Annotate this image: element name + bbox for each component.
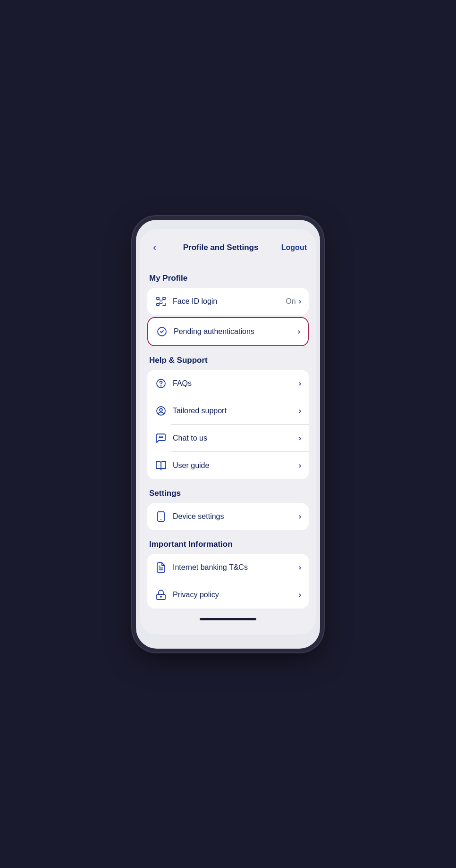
- svg-point-7: [160, 409, 162, 411]
- content: My Profile: [140, 262, 316, 609]
- pending-auth-card: Pending authentications ›: [147, 317, 309, 346]
- svg-point-17: [160, 596, 161, 597]
- pending-authentications-label: Pending authentications: [174, 327, 254, 336]
- face-id-status: On: [286, 297, 296, 306]
- question-circle-icon: [155, 377, 167, 390]
- section-label-settings: Settings: [147, 481, 309, 503]
- back-button[interactable]: ‹: [149, 241, 160, 255]
- faqs-label: FAQs: [173, 379, 192, 388]
- face-id-login-label: Face ID login: [173, 297, 217, 306]
- pending-authentications-item[interactable]: Pending authentications ›: [148, 318, 308, 345]
- face-id-icon: [155, 295, 167, 308]
- check-circle-icon: [156, 326, 168, 338]
- internet-banking-tcs-label: Internet banking T&Cs: [173, 563, 248, 572]
- face-id-card: Face ID login On ›: [147, 288, 309, 315]
- section-label-my-profile: My Profile: [147, 266, 309, 288]
- phone-icon: [155, 510, 167, 523]
- home-indicator: [200, 618, 256, 620]
- user-guide-label: User guide: [173, 461, 209, 470]
- book-icon: [155, 459, 167, 472]
- face-id-login-item[interactable]: Face ID login On ›: [147, 288, 309, 315]
- lock-icon: [155, 589, 167, 601]
- chat-to-us-chevron-icon: ›: [299, 434, 301, 442]
- document-icon: [155, 561, 167, 574]
- svg-point-10: [162, 437, 163, 438]
- tailored-support-item[interactable]: Tailored support ›: [147, 397, 309, 425]
- section-label-important-info: Important Information: [147, 532, 309, 554]
- settings-card: Device settings ›: [147, 503, 309, 530]
- screen: ‹ Profile and Settings Logout My Profile: [140, 229, 316, 634]
- device-settings-item[interactable]: Device settings ›: [147, 503, 309, 530]
- chat-to-us-label: Chat to us: [173, 434, 207, 442]
- phone-frame: ‹ Profile and Settings Logout My Profile: [136, 220, 320, 649]
- device-settings-label: Device settings: [173, 512, 224, 521]
- svg-rect-1: [163, 297, 165, 300]
- logout-button[interactable]: Logout: [281, 243, 307, 252]
- svg-point-9: [160, 437, 161, 438]
- chat-icon: [155, 432, 167, 444]
- section-label-help-support: Help & Support: [147, 348, 309, 370]
- help-support-card: FAQs ›: [147, 370, 309, 479]
- internet-banking-tcs-chevron-icon: ›: [299, 563, 301, 572]
- svg-point-8: [159, 437, 160, 438]
- chat-to-us-item[interactable]: Chat to us ›: [147, 425, 309, 452]
- svg-point-5: [161, 385, 161, 386]
- faqs-chevron-icon: ›: [299, 379, 301, 388]
- privacy-policy-label: Privacy policy: [173, 591, 219, 599]
- faqs-item[interactable]: FAQs ›: [147, 370, 309, 397]
- pending-auth-chevron-icon: ›: [298, 327, 300, 336]
- face-id-chevron-icon: ›: [299, 297, 301, 306]
- user-guide-chevron-icon: ›: [299, 461, 301, 470]
- svg-point-6: [157, 407, 165, 415]
- device-settings-chevron-icon: ›: [299, 512, 301, 521]
- header: ‹ Profile and Settings Logout: [140, 229, 316, 262]
- tailored-support-chevron-icon: ›: [299, 407, 301, 415]
- person-circle-icon: [155, 405, 167, 417]
- privacy-policy-item[interactable]: Privacy policy ›: [147, 581, 309, 609]
- svg-rect-2: [157, 303, 159, 306]
- privacy-policy-chevron-icon: ›: [299, 591, 301, 599]
- user-guide-item[interactable]: User guide ›: [147, 452, 309, 479]
- page-title: Profile and Settings: [160, 243, 281, 252]
- internet-banking-tcs-item[interactable]: Internet banking T&Cs ›: [147, 554, 309, 581]
- important-info-card: Internet banking T&Cs ›: [147, 554, 309, 609]
- tailored-support-label: Tailored support: [173, 407, 227, 415]
- svg-rect-0: [157, 297, 159, 300]
